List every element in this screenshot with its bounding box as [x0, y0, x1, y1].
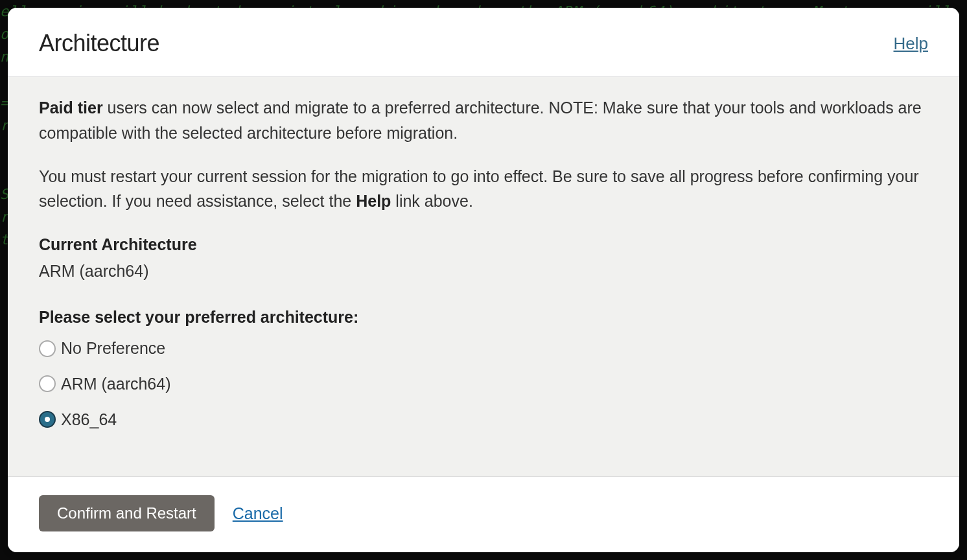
modal-body: Paid tier users can now select and migra… [8, 77, 959, 477]
radio-label: No Preference [61, 336, 165, 361]
select-architecture-label: Please select your preferred architectur… [39, 305, 928, 330]
architecture-modal: Architecture Help Paid tier users can no… [8, 8, 959, 552]
radio-group: No Preference ARM (aarch64) X86_64 [39, 336, 928, 432]
confirm-restart-button[interactable]: Confirm and Restart [39, 495, 215, 531]
current-architecture-value: ARM (aarch64) [39, 259, 928, 284]
radio-option-arm[interactable]: ARM (aarch64) [39, 371, 928, 397]
radio-icon-selected [39, 411, 56, 428]
current-architecture-label: Current Architecture [39, 232, 928, 257]
info-paragraph-2: You must restart your current session fo… [39, 164, 928, 215]
radio-label: ARM (aarch64) [61, 371, 171, 397]
modal-title: Architecture [39, 30, 159, 57]
radio-icon [39, 340, 56, 357]
radio-option-x86[interactable]: X86_64 [39, 407, 928, 432]
cancel-link[interactable]: Cancel [233, 504, 283, 523]
radio-icon [39, 375, 56, 392]
info-paragraph-1: Paid tier users can now select and migra… [39, 95, 928, 146]
modal-header: Architecture Help [8, 8, 959, 77]
help-link[interactable]: Help [894, 34, 928, 54]
radio-option-no-preference[interactable]: No Preference [39, 336, 928, 361]
modal-footer: Confirm and Restart Cancel [8, 477, 959, 552]
radio-label: X86_64 [61, 407, 117, 432]
